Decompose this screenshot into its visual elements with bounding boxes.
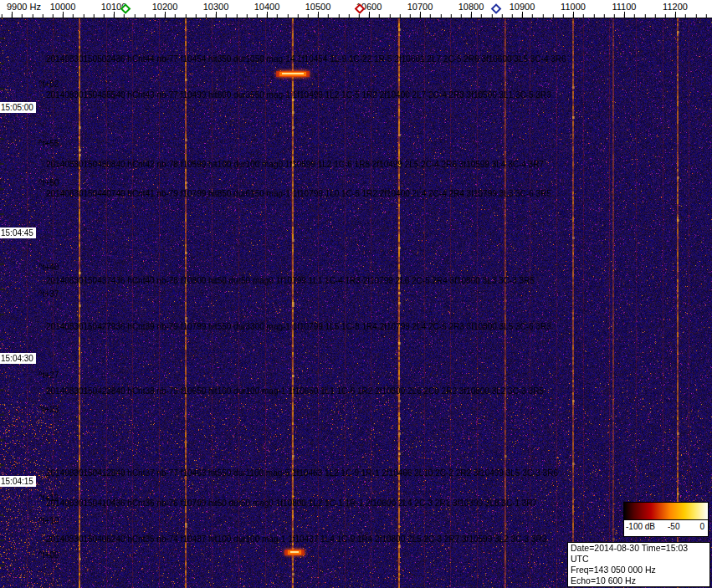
- blue-marker-diamond-icon[interactable]: [491, 3, 502, 14]
- legend-min-label: -100 dB: [626, 522, 655, 531]
- time-offset-marker: ^t+40: [38, 263, 59, 272]
- legend-mid-label: -50: [668, 522, 679, 531]
- spectrogram-app-window: 9900 Hz 10000 10100 10200 10300 10400 10…: [0, 0, 712, 588]
- freq-tick-label: 10300: [203, 2, 229, 12]
- freq-tick-label: 11000: [561, 2, 586, 12]
- time-offset-marker: ^t+10: [38, 516, 59, 525]
- detection-text-line: 20140830150502436 hCnt44 nb-77 f10454 hi…: [46, 54, 566, 64]
- freq-tick-mark: [624, 12, 625, 18]
- frequency-axis: 9900 Hz 10000 10100 10200 10300 10400 10…: [0, 0, 712, 18]
- db-legend-labels: -100 dB -50 0: [624, 520, 708, 535]
- time-axis-label: 15:05:00: [0, 102, 36, 113]
- freq-tick-label: 11100: [612, 2, 637, 12]
- freq-tick-mark: [63, 12, 64, 18]
- freq-tick-label: 10900: [510, 2, 535, 12]
- freq-tick-mark: [369, 12, 370, 18]
- detection-text-line: 20140830150410436 hCnt36 nb-76 f10799 hi…: [46, 499, 537, 508]
- info-frequency: Freq=143 050 000 Hz: [571, 565, 707, 575]
- detection-text-line: 20140830150437436 hCnt40 nb-78 f10800 hi…: [46, 276, 535, 285]
- time-axis-label: 15:04:30: [0, 353, 36, 364]
- detection-text-line: 20140830150450840 hCnt42 nb-78 f10599 hi…: [46, 160, 544, 169]
- freq-tick-mark: [114, 12, 115, 18]
- time-offset-marker: ^t+12: [38, 493, 59, 503]
- freq-tick-mark: [267, 12, 268, 18]
- freq-minor-ticks: [0, 14, 712, 18]
- freq-tick-mark: [216, 12, 217, 18]
- freq-tick-label: 10700: [407, 2, 433, 12]
- db-gradient-bar: [624, 503, 708, 520]
- freq-tick-mark: [420, 12, 421, 18]
- detection-text-line: 20140830150427936 hCnt39 nb-79 f10799 hi…: [46, 322, 551, 331]
- freq-tick-mark: [675, 12, 676, 18]
- detection-text-line: 20140830150455540 hCnt43 nb-77 f10499 hi…: [46, 90, 551, 100]
- detection-text-line: 20140830150406240 hCnt35 nb-74 f10437 hi…: [46, 534, 546, 544]
- time-offset-marker: ^t+27: [38, 371, 59, 380]
- info-echo-frequency: Echo=10 600 Hz: [571, 575, 707, 586]
- time-offset-marker: ^t+23: [38, 405, 59, 414]
- freq-tick-mark: [522, 12, 523, 18]
- freq-tick-mark: [471, 12, 472, 18]
- time-offset-marker: ^t+06: [38, 550, 59, 560]
- freq-tick-label: 11200: [663, 2, 688, 12]
- time-offset-marker: ^t+37: [38, 289, 59, 299]
- time-offset-marker: ^t+55: [38, 139, 59, 148]
- status-info-box: Date=2014-08-30 Time=15:03 UTC Freq=143 …: [567, 542, 710, 587]
- freq-tick-mark: [12, 12, 13, 18]
- freq-tick-mark: [573, 12, 574, 18]
- time-axis-label: 15:04:45: [0, 228, 36, 238]
- freq-tick-label: 10400: [254, 2, 280, 12]
- freq-tick-mark: [165, 12, 166, 18]
- freq-tick-label: 10800: [458, 2, 484, 12]
- detection-text-line: 20140830150412840 hCnt37 nb-77 f10463 hi…: [46, 468, 558, 478]
- freq-tick-label: 10200: [152, 2, 178, 12]
- detection-text-line: 20140830150423840 hCnt38 nb-79 f10650 hi…: [46, 386, 544, 396]
- time-offset-marker: ^t+02: [38, 79, 59, 89]
- freq-tick-mark: [318, 12, 319, 18]
- time-axis-label: 15:04:15: [0, 476, 36, 487]
- freq-tick-label: 10500: [305, 2, 331, 12]
- detection-text-line: 20140830150440740 hCnt41 nb-79 f10799 hi…: [46, 189, 551, 198]
- freq-tick-label: 10000: [50, 2, 76, 12]
- legend-max-label: 0: [699, 522, 704, 531]
- info-date-time: Date=2014-08-30 Time=15:03 UTC: [571, 543, 707, 565]
- freq-tick-label: 9900 Hz: [7, 2, 41, 12]
- db-color-scale-legend: -100 dB -50 0: [623, 502, 709, 537]
- time-offset-marker: ^t+50: [38, 178, 59, 187]
